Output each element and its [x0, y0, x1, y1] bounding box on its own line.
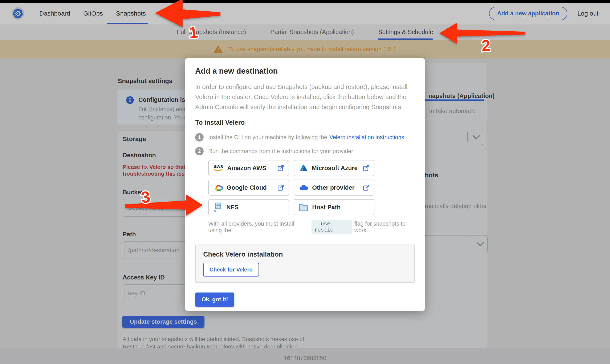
step-1-text: Install the CLI on your machine by follo…	[208, 134, 327, 141]
provider-label: Host Path	[312, 204, 340, 211]
provider-button-google-cloud[interactable]: Google Cloud	[208, 180, 289, 195]
check-for-velero-button[interactable]: Check for Velero	[203, 263, 259, 276]
provider-grid: aws Amazon AWS Microsoft Azure	[208, 160, 375, 215]
check-velero-title: Check Velero installation	[203, 250, 407, 258]
install-step-2: 2 Run the commands from the instructions…	[195, 147, 415, 156]
modal-body-line2: Velero in the cluster. Once Velero is in…	[195, 92, 415, 102]
external-link-icon	[363, 184, 369, 191]
ok-got-it-button[interactable]: Ok, got it!	[195, 293, 234, 307]
modal-body-line3: Admin Console will verify the installati…	[195, 102, 415, 112]
use-restic-flag-code: --use-restic	[311, 220, 352, 234]
provider-button-amazon-aws[interactable]: aws Amazon AWS	[208, 160, 289, 176]
aws-icon: aws	[213, 163, 223, 173]
provider-label: Other provider	[312, 184, 354, 191]
external-link-icon	[278, 165, 284, 171]
velero-installation-instructions-link[interactable]: Velero installation instructions	[329, 134, 404, 141]
step-1-badge: 1	[195, 133, 204, 142]
provider-label: Google Cloud	[227, 184, 267, 191]
google-cloud-icon	[213, 183, 223, 192]
nfs-icon	[213, 202, 222, 212]
provider-button-other-provider[interactable]: Other provider	[294, 180, 375, 195]
cloud-icon	[299, 183, 308, 192]
svg-text:aws: aws	[214, 164, 223, 169]
restic-note: With all providers, you must install usi…	[208, 220, 415, 234]
provider-button-microsoft-azure[interactable]: Microsoft Azure	[294, 160, 375, 176]
provider-label: Microsoft Azure	[312, 165, 358, 172]
restic-note-suffix: flag for snapshots to work.	[354, 221, 415, 234]
add-destination-modal: Add a new destination In order to config…	[185, 58, 425, 311]
modal-title: Add a new destination	[195, 67, 415, 76]
install-step-1: 1 Install the CLI on your machine by fol…	[195, 133, 415, 142]
external-link-icon	[363, 165, 369, 171]
provider-button-host-path[interactable]: Host Path	[294, 199, 375, 215]
to-install-velero-heading: To install Velero	[195, 119, 415, 126]
external-link-icon	[278, 184, 284, 191]
check-velero-installation-box: Check Velero installation Check for Vele…	[195, 244, 415, 283]
restic-note-prefix: With all providers, you must install usi…	[208, 221, 309, 234]
folder-icon	[299, 203, 308, 211]
modal-body-line1: In order to configure and use Snapshots …	[195, 82, 415, 92]
provider-label: Amazon AWS	[227, 165, 266, 172]
azure-icon	[299, 163, 308, 173]
provider-button-nfs[interactable]: NFS	[208, 199, 289, 215]
provider-label: NFS	[226, 204, 239, 211]
step-2-badge: 2	[195, 147, 204, 156]
step-2-text: Run the commands from the instructions f…	[208, 148, 353, 155]
